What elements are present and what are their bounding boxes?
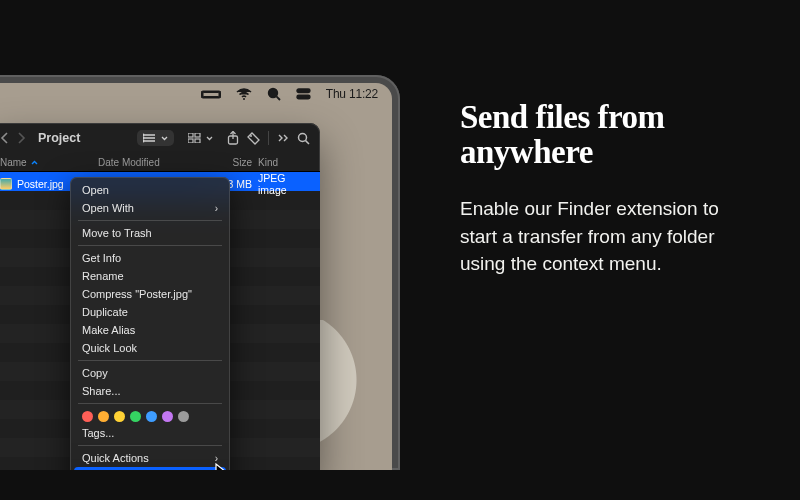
submenu-chevron-icon: › [215, 453, 218, 464]
menu-open-with[interactable]: Open With› [74, 199, 226, 217]
menu-open[interactable]: Open [74, 181, 226, 199]
tag-green[interactable] [130, 411, 141, 422]
menu-copy[interactable]: Copy [74, 364, 226, 382]
menu-tags[interactable]: Tags... [74, 424, 226, 442]
headline: Send files from anywhere [460, 100, 760, 169]
tag-gray[interactable] [178, 411, 189, 422]
svg-rect-16 [195, 133, 200, 137]
menu-get-info[interactable]: Get Info [74, 249, 226, 267]
svg-point-22 [299, 133, 307, 141]
menu-separator [78, 403, 222, 404]
svg-point-21 [250, 135, 252, 137]
file-thumbnail-icon [0, 178, 12, 190]
back-button[interactable] [0, 132, 9, 144]
menu-quick-actions[interactable]: Quick Actions› [74, 449, 226, 467]
svg-point-7 [299, 90, 301, 92]
menu-compress[interactable]: Compress "Poster.jpg" [74, 285, 226, 303]
menu-duplicate[interactable]: Duplicate [74, 303, 226, 321]
menu-move-to-trash[interactable]: Move to Trash [74, 224, 226, 242]
menu-tag-colors[interactable] [74, 407, 226, 424]
wetransfer-menubar-icon[interactable] [201, 88, 221, 100]
context-menu: Open Open With› Move to Trash Get Info R… [70, 177, 230, 470]
finder-title: Project [38, 131, 80, 145]
svg-point-14 [143, 140, 144, 142]
control-center-icon[interactable] [296, 88, 311, 100]
group-by-button[interactable] [182, 130, 219, 146]
svg-rect-1 [203, 93, 219, 97]
wifi-icon[interactable] [236, 88, 252, 100]
svg-line-4 [276, 96, 280, 100]
menu-separator [78, 220, 222, 221]
svg-point-8 [306, 96, 308, 98]
marketing-text-block: Send files from anywhere Enable our Find… [460, 100, 760, 278]
tag-yellow[interactable] [114, 411, 125, 422]
svg-rect-15 [188, 133, 193, 137]
svg-point-13 [143, 137, 144, 139]
svg-rect-17 [188, 139, 193, 143]
menu-make-alias[interactable]: Make Alias [74, 321, 226, 339]
menu-create-transfer[interactable]: Create a Transfer [74, 467, 226, 470]
menu-rename[interactable]: Rename [74, 267, 226, 285]
laptop-frame: Thu 11:22 Project [0, 75, 400, 470]
file-name: Poster.jpg [17, 178, 64, 190]
svg-point-3 [268, 89, 277, 98]
svg-rect-18 [195, 139, 200, 143]
file-kind: JPEG image [258, 172, 310, 196]
spotlight-search-icon[interactable] [267, 87, 281, 101]
share-button[interactable] [227, 131, 239, 145]
macos-desktop: Thu 11:22 Project [0, 83, 392, 470]
menu-share[interactable]: Share... [74, 382, 226, 400]
tag-blue[interactable] [146, 411, 157, 422]
svg-line-23 [306, 140, 309, 143]
col-name[interactable]: Name [0, 157, 98, 168]
macos-menubar: Thu 11:22 [187, 83, 392, 105]
search-button[interactable] [297, 132, 310, 145]
finder-toolbar: Project [0, 123, 320, 153]
body-copy: Enable our Finder extension to start a t… [460, 195, 760, 278]
toolbar-separator [268, 131, 269, 145]
tag-red[interactable] [82, 411, 93, 422]
menu-separator [78, 245, 222, 246]
tag-orange[interactable] [98, 411, 109, 422]
svg-point-2 [243, 98, 245, 100]
mouse-cursor-icon [215, 463, 231, 470]
col-kind[interactable]: Kind [258, 157, 310, 168]
menubar-clock[interactable]: Thu 11:22 [326, 87, 378, 101]
col-date-modified[interactable]: Date Modified [98, 157, 188, 168]
view-mode-button[interactable] [137, 130, 174, 146]
finder-column-headers[interactable]: Name Date Modified Size Kind [0, 153, 320, 172]
forward-button[interactable] [17, 132, 26, 144]
menu-quick-look[interactable]: Quick Look [74, 339, 226, 357]
col-size[interactable]: Size [188, 157, 258, 168]
submenu-chevron-icon: › [215, 203, 218, 214]
menu-separator [78, 360, 222, 361]
svg-point-12 [143, 134, 144, 136]
tag-purple[interactable] [162, 411, 173, 422]
menu-separator [78, 445, 222, 446]
toolbar-overflow-button[interactable] [277, 133, 289, 143]
promo-canvas: Thu 11:22 Project [0, 0, 800, 500]
tags-button[interactable] [247, 132, 260, 145]
